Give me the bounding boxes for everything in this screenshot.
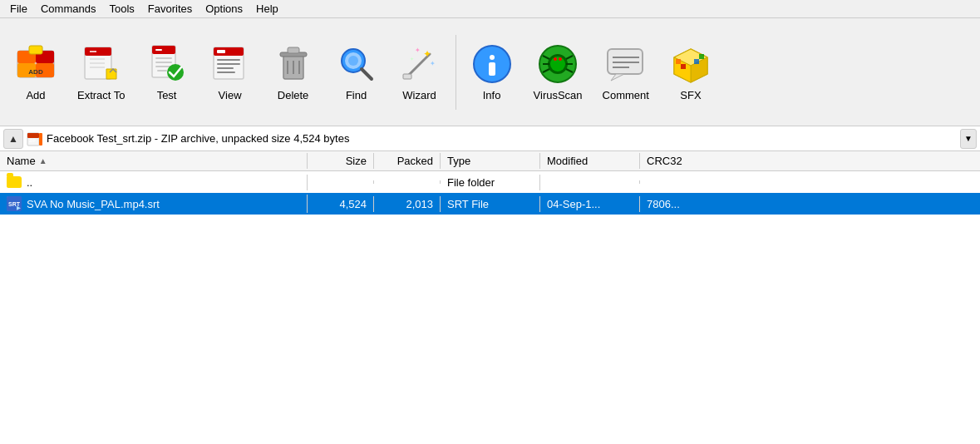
zip-file-icon: ZIP (27, 131, 43, 147)
svg-line-37 (362, 69, 372, 79)
virusscan-icon (536, 42, 579, 86)
srt-file-icon: SRT (7, 196, 22, 211)
virusscan-label: VirusScan (534, 89, 583, 101)
sfx-label: SFX (680, 89, 701, 101)
delete-button[interactable]: Delete (263, 27, 324, 118)
view-icon (209, 42, 252, 86)
sfx-button[interactable]: SFX (660, 27, 721, 118)
view-label: View (219, 89, 242, 101)
svg-point-49 (550, 57, 565, 72)
view-button[interactable]: View (199, 27, 261, 118)
column-name[interactable]: Name ▲ (0, 153, 308, 169)
svg-point-57 (559, 57, 562, 61)
add-button[interactable]: ADD Add (5, 27, 66, 118)
find-icon (335, 42, 378, 86)
svg-rect-16 (155, 57, 172, 59)
file-name: SVA No Music_PAL.mp4.srt (27, 198, 160, 210)
test-label: Test (157, 89, 177, 101)
menu-commands[interactable]: Commands (34, 1, 102, 17)
file-size (308, 180, 374, 184)
extract-icon (80, 42, 123, 86)
table-row[interactable]: .. File folder (0, 171, 980, 193)
svg-text:ADD: ADD (28, 68, 43, 76)
file-packed (374, 180, 441, 184)
file-list-header: Name ▲ Size Packed Type Modified CRC32 (0, 151, 980, 171)
svg-rect-15 (155, 49, 162, 51)
toolbar-separator (456, 35, 456, 110)
menu-options[interactable]: Options (199, 1, 249, 17)
svg-rect-27 (217, 72, 235, 73)
menu-help[interactable]: Help (249, 1, 285, 17)
svg-point-56 (554, 57, 557, 61)
svg-rect-19 (157, 70, 167, 72)
navigate-up-button[interactable]: ▲ (3, 129, 23, 149)
column-type[interactable]: Type (441, 153, 540, 169)
svg-rect-68 (681, 64, 686, 69)
svg-point-45 (490, 55, 495, 60)
info-icon (470, 42, 514, 86)
column-modified[interactable]: Modified (540, 153, 640, 169)
svg-marker-59 (611, 74, 624, 81)
wizard-label: Wizard (402, 89, 436, 101)
svg-rect-26 (217, 67, 234, 69)
svg-text:✦: ✦ (423, 48, 431, 60)
svg-rect-24 (217, 59, 240, 61)
column-size[interactable]: Size (308, 153, 374, 169)
menu-file[interactable]: File (3, 1, 34, 17)
svg-text:✦: ✦ (430, 60, 436, 67)
info-label: Info (483, 89, 501, 101)
svg-rect-5 (29, 46, 42, 54)
add-label: Add (26, 89, 45, 101)
delete-icon (272, 42, 315, 86)
comment-label: Comment (603, 89, 649, 101)
find-label: Find (346, 89, 367, 101)
menu-tools[interactable]: Tools (102, 1, 140, 17)
comment-button[interactable]: Comment (593, 27, 658, 118)
svg-rect-46 (489, 62, 495, 76)
file-modified (540, 180, 640, 184)
toolbar: ADD Add Extract To (0, 18, 980, 126)
extract-label: Extract To (77, 89, 126, 101)
svg-text:SRT: SRT (8, 201, 21, 207)
wizard-button[interactable]: ✦ ✦ ✦ ✦ Wizard (389, 27, 451, 118)
svg-rect-39 (403, 74, 411, 79)
svg-rect-69 (694, 59, 699, 64)
menu-bar: File Commands Tools Favorites Options He… (0, 0, 980, 18)
svg-rect-73 (39, 133, 42, 146)
svg-point-36 (348, 56, 358, 66)
table-row[interactable]: SRT SVA No Music_PAL.mp4.srt 4,524 2,013… (0, 193, 980, 215)
add-icon: ADD (14, 42, 57, 86)
test-button[interactable]: Test (136, 27, 198, 118)
address-bar: ▲ ZIP Facebook Test_srt.zip - ZIP archiv… (0, 126, 980, 151)
svg-text:✦: ✦ (410, 57, 414, 62)
svg-rect-17 (155, 62, 172, 63)
svg-text:ZIP: ZIP (29, 138, 36, 143)
extract-button[interactable]: Extract To (68, 27, 135, 118)
file-size: 4,524 (308, 196, 374, 212)
svg-rect-8 (85, 47, 111, 56)
delete-label: Delete (278, 89, 309, 101)
folder-icon (7, 176, 22, 188)
file-crc32 (640, 180, 707, 184)
menu-favorites[interactable]: Favorites (141, 1, 199, 17)
file-type: SRT File (441, 196, 540, 212)
file-list-wrapper: Name ▲ Size Packed Type Modified CRC32 .… (0, 151, 980, 444)
address-dropdown-button[interactable]: ▼ (960, 129, 977, 149)
file-name-cell: .. (0, 175, 308, 190)
find-button[interactable]: Find (326, 27, 387, 118)
svg-rect-67 (676, 59, 681, 64)
comment-icon (604, 42, 648, 86)
svg-rect-30 (288, 47, 299, 53)
file-name: .. (27, 176, 32, 189)
virusscan-button[interactable]: VirusScan (524, 27, 592, 118)
svg-text:✦: ✦ (415, 47, 421, 54)
svg-rect-70 (699, 54, 704, 59)
column-crc32[interactable]: CRC32 (640, 153, 707, 169)
address-path: Facebook Test_srt.zip - ZIP archive, unp… (47, 132, 957, 145)
svg-rect-23 (217, 50, 225, 53)
info-button[interactable]: Info (461, 27, 523, 118)
sfx-icon (669, 42, 712, 86)
file-name-cell: SRT SVA No Music_PAL.mp4.srt (0, 195, 308, 213)
wizard-icon: ✦ ✦ ✦ ✦ (398, 42, 441, 86)
column-packed[interactable]: Packed (374, 153, 441, 169)
